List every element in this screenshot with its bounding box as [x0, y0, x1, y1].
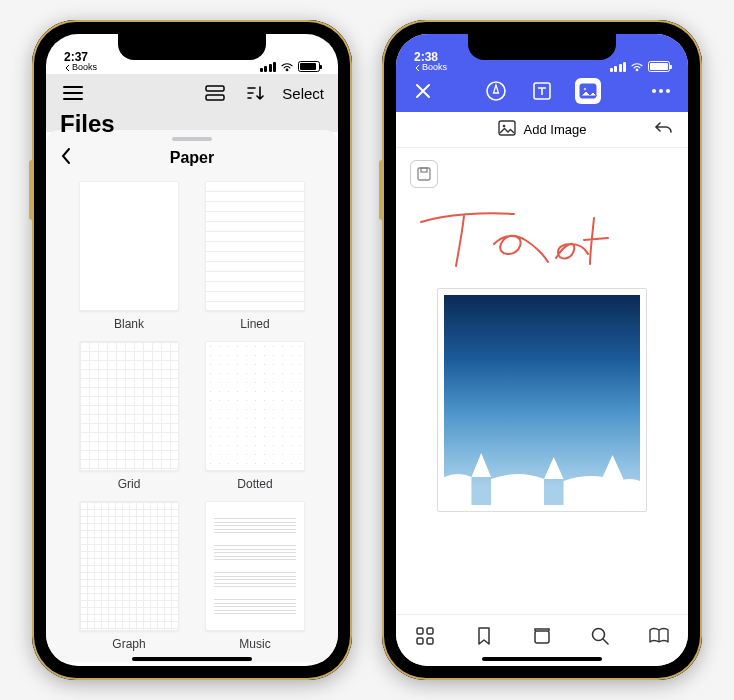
- preview-lined: [205, 181, 305, 311]
- svg-point-6: [652, 89, 656, 93]
- select-button[interactable]: Select: [282, 85, 324, 102]
- signal-icon: [610, 62, 627, 72]
- preview-grid: [79, 341, 179, 471]
- handwriting-test: [416, 204, 656, 276]
- battery-icon: [648, 61, 670, 72]
- add-image-button[interactable]: Add Image: [524, 122, 587, 137]
- sheet-grabber[interactable]: [172, 137, 212, 141]
- close-icon[interactable]: [410, 78, 436, 104]
- svg-rect-16: [427, 638, 433, 644]
- home-indicator[interactable]: [482, 657, 602, 661]
- preview-dotted: [205, 341, 305, 471]
- svg-point-18: [593, 628, 605, 640]
- battery-icon: [298, 61, 320, 72]
- sort-icon[interactable]: [242, 80, 268, 106]
- pen-tool-icon[interactable]: [483, 78, 509, 104]
- svg-rect-14: [427, 628, 433, 634]
- svg-rect-12: [421, 168, 427, 172]
- svg-rect-11: [418, 168, 430, 180]
- more-icon[interactable]: [648, 78, 674, 104]
- back-to-app[interactable]: Books: [64, 63, 97, 72]
- menu-icon[interactable]: [60, 80, 86, 106]
- svg-rect-9: [499, 121, 515, 135]
- svg-point-5: [584, 88, 587, 91]
- inserted-image[interactable]: [437, 288, 647, 512]
- paper-sheet: Paper Blank Lined Grid Dotted: [46, 130, 338, 662]
- svg-point-10: [502, 125, 505, 128]
- paper-option-lined[interactable]: Lined: [202, 181, 308, 331]
- paper-option-grid[interactable]: Grid: [76, 341, 182, 491]
- paper-option-music[interactable]: Music: [202, 501, 308, 651]
- preview-graph: [79, 501, 179, 631]
- preview-blank: [79, 181, 179, 311]
- paper-option-graph[interactable]: Graph: [76, 501, 182, 651]
- paper-option-dotted[interactable]: Dotted: [202, 341, 308, 491]
- svg-rect-17: [535, 631, 549, 643]
- bookmark-icon[interactable]: [471, 623, 497, 649]
- svg-rect-1: [206, 95, 224, 100]
- editor-toolbar: [396, 74, 688, 112]
- wifi-icon: [630, 62, 644, 72]
- paper-option-blank[interactable]: Blank: [76, 181, 182, 331]
- add-image-bar: Add Image: [396, 112, 688, 148]
- svg-point-7: [659, 89, 663, 93]
- wifi-icon: [280, 62, 294, 72]
- save-icon[interactable]: [410, 160, 438, 188]
- book-icon[interactable]: [646, 623, 672, 649]
- back-to-app[interactable]: Books: [414, 63, 447, 72]
- sheet-title: Paper: [170, 149, 214, 167]
- page-title: Files: [46, 110, 338, 132]
- cards-icon[interactable]: [529, 623, 555, 649]
- image-icon: [498, 120, 516, 139]
- view-list-icon[interactable]: [202, 80, 228, 106]
- search-icon[interactable]: [587, 623, 613, 649]
- svg-point-8: [666, 89, 670, 93]
- svg-rect-0: [206, 86, 224, 91]
- grid-icon[interactable]: [412, 623, 438, 649]
- undo-icon[interactable]: [654, 120, 674, 139]
- note-canvas[interactable]: [396, 148, 688, 620]
- image-tool-icon[interactable]: [575, 78, 601, 104]
- preview-music: [205, 501, 305, 631]
- svg-rect-13: [417, 628, 423, 634]
- files-header: Select: [46, 74, 338, 110]
- back-icon[interactable]: [60, 147, 72, 170]
- svg-rect-15: [417, 638, 423, 644]
- signal-icon: [260, 62, 277, 72]
- text-tool-icon[interactable]: [529, 78, 555, 104]
- home-indicator[interactable]: [132, 657, 252, 661]
